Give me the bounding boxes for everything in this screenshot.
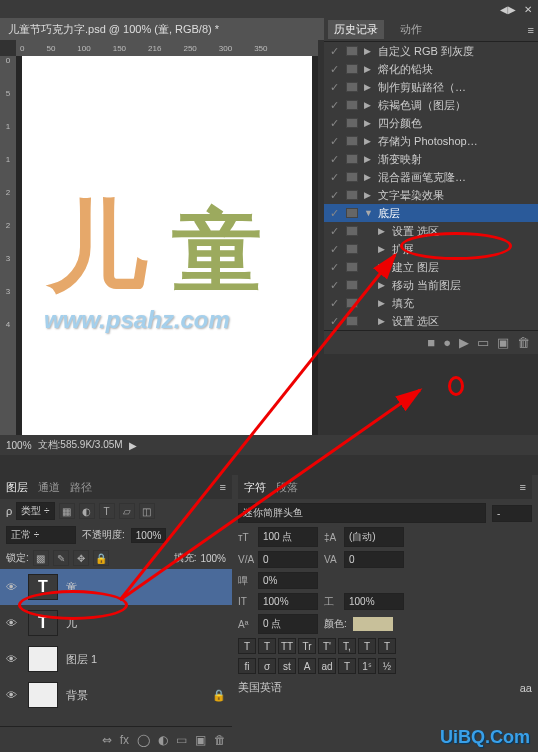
leading-input[interactable]: (自动) [344, 527, 404, 547]
canvas[interactable]: 儿 童 www.psahz.com [22, 56, 312, 436]
visibility-icon[interactable]: 👁 [6, 689, 20, 701]
tab-paragraph[interactable]: 段落 [276, 480, 298, 495]
opentype-1st[interactable]: 1ˢ [358, 658, 376, 674]
history-item[interactable]: ✓▶文字晕染效果 [324, 186, 538, 204]
history-item[interactable]: ✓▶自定义 RGB 到灰度 [324, 42, 538, 60]
new-icon[interactable]: ▣ [497, 335, 509, 350]
scale-input[interactable]: 0% [258, 572, 318, 589]
layer-thumbnail [28, 682, 58, 708]
history-item[interactable]: ✓▶混合器画笔克隆… [324, 168, 538, 186]
trash-icon[interactable]: 🗑 [214, 733, 226, 747]
history-item[interactable]: ✓▶四分颜色 [324, 114, 538, 132]
kerning-input[interactable]: 0 [258, 551, 318, 568]
text-color-swatch[interactable] [353, 617, 393, 631]
history-item[interactable]: ✓▶制作剪贴路径（… [324, 78, 538, 96]
panel-menu-icon[interactable]: ≡ [528, 24, 534, 36]
lock-trans-icon[interactable]: ▩ [33, 550, 49, 566]
folder-icon[interactable]: ▭ [477, 335, 489, 350]
tab-character[interactable]: 字符 [244, 480, 266, 495]
history-item[interactable]: ✓▶填充 [324, 294, 538, 312]
opentype-a[interactable]: A [298, 658, 316, 674]
history-item[interactable]: ✓▶棕褐色调（图层） [324, 96, 538, 114]
layer-row[interactable]: 👁图层 1 [0, 641, 232, 677]
panel-menu-icon[interactable]: ≡ [220, 481, 226, 493]
filter-type-select[interactable]: 类型 ÷ [16, 502, 54, 520]
play-icon[interactable]: ▶ [459, 335, 469, 350]
filter-smart-icon[interactable]: ◫ [139, 503, 155, 519]
language-select[interactable]: 美国英语 [238, 680, 514, 695]
tab-actions[interactable]: 动作 [394, 20, 428, 39]
visibility-icon[interactable]: 👁 [6, 581, 20, 593]
text-style-btn-5[interactable]: T, [338, 638, 356, 654]
font-size-input[interactable]: 100 点 [258, 527, 318, 547]
text-style-btn-0[interactable]: T [238, 638, 256, 654]
stop-icon[interactable]: ■ [427, 335, 435, 350]
opentype-fi[interactable]: fi [238, 658, 256, 674]
tab-layers[interactable]: 图层 [6, 480, 28, 495]
opentype-ad[interactable]: ad [318, 658, 336, 674]
fill-input[interactable]: 100% [200, 553, 226, 564]
blend-mode-select[interactable]: 正常 ÷ [6, 526, 76, 544]
group-icon[interactable]: ▭ [176, 733, 187, 747]
opentype-half[interactable]: ½ [378, 658, 396, 674]
expand-icon[interactable]: ◀▶ [500, 4, 516, 15]
link-icon[interactable]: ⇔ [102, 733, 112, 747]
tab-history[interactable]: 历史记录 [328, 20, 384, 39]
vscale-input[interactable]: 100% [258, 593, 318, 610]
watermark-text: www.psahz.com [44, 306, 230, 334]
adjust-icon[interactable]: ◐ [158, 733, 168, 747]
vscale-icon: IT [238, 596, 252, 607]
history-item[interactable]: ✓▶渐变映射 [324, 150, 538, 168]
character-panel: 字符 段落 ≡ 迷你简胖头鱼 - тT 100 点 ‡A (自动) V/A 0 … [232, 475, 538, 752]
tab-channels[interactable]: 通道 [38, 480, 60, 495]
baseline-input[interactable]: 0 点 [258, 614, 318, 634]
filter-pixel-icon[interactable]: ▦ [59, 503, 75, 519]
lock-all-icon[interactable]: 🔒 [93, 550, 109, 566]
history-item[interactable]: ✓▶存储为 Photoshop… [324, 132, 538, 150]
mask-icon[interactable]: ◯ [137, 733, 150, 747]
lock-pixel-icon[interactable]: ✎ [53, 550, 69, 566]
visibility-icon[interactable]: 👁 [6, 653, 20, 665]
new-layer-icon[interactable]: ▣ [195, 733, 206, 747]
history-item[interactable]: ✓▼底层 [324, 204, 538, 222]
history-item[interactable]: ✓▶移动 当前图层 [324, 276, 538, 294]
text-style-btn-4[interactable]: T' [318, 638, 336, 654]
leading-icon: ‡A [324, 532, 338, 543]
font-family-select[interactable]: 迷你简胖头鱼 [238, 503, 486, 523]
filter-shape-icon[interactable]: ▱ [119, 503, 135, 519]
panel-menu-icon[interactable]: ≡ [520, 481, 526, 493]
tracking-input[interactable]: 0 [344, 551, 404, 568]
text-style-btn-7[interactable]: T [378, 638, 396, 654]
opacity-input[interactable]: 100% [131, 528, 167, 543]
text-style-btn-1[interactable]: T [258, 638, 276, 654]
trash-icon[interactable]: 🗑 [517, 335, 530, 350]
opentype-st[interactable]: st [278, 658, 296, 674]
lock-pos-icon[interactable]: ✥ [73, 550, 89, 566]
hscale-input[interactable]: 100% [344, 593, 404, 610]
layer-name[interactable]: 图层 1 [66, 652, 226, 667]
doc-info: 文档:585.9K/3.05M [38, 438, 123, 452]
canvas-area[interactable]: 儿 童 www.psahz.com [16, 56, 318, 435]
visibility-icon[interactable]: 👁 [6, 617, 20, 629]
fx-icon[interactable]: fx [120, 733, 129, 747]
filter-type-icon[interactable]: T [99, 503, 115, 519]
layer-name[interactable]: 背景 [66, 688, 204, 703]
text-style-btn-3[interactable]: Tr [298, 638, 316, 654]
history-item[interactable]: ✓▶熔化的铅块 [324, 60, 538, 78]
text-style-btn-6[interactable]: T [358, 638, 376, 654]
opentype-sigma[interactable]: σ [258, 658, 276, 674]
status-bar: 100% 文档:585.9K/3.05M ▶ [0, 435, 538, 455]
zoom-level[interactable]: 100% [6, 440, 32, 451]
text-style-btn-2[interactable]: TT [278, 638, 296, 654]
layer-row[interactable]: 👁背景🔒 [0, 677, 232, 713]
record-icon[interactable]: ● [443, 335, 451, 350]
antialias-select[interactable]: aa [520, 682, 532, 694]
history-item[interactable]: ✓▶建立 图层 [324, 258, 538, 276]
watermark-uibq: UiBQ.Com [440, 727, 530, 748]
opentype-t1[interactable]: T [338, 658, 356, 674]
tab-paths[interactable]: 路径 [70, 480, 92, 495]
filter-adjust-icon[interactable]: ◐ [79, 503, 95, 519]
close-icon[interactable]: ✕ [524, 4, 532, 15]
history-item[interactable]: ✓▶设置 选区 [324, 312, 538, 330]
font-style-select[interactable]: - [492, 505, 532, 522]
